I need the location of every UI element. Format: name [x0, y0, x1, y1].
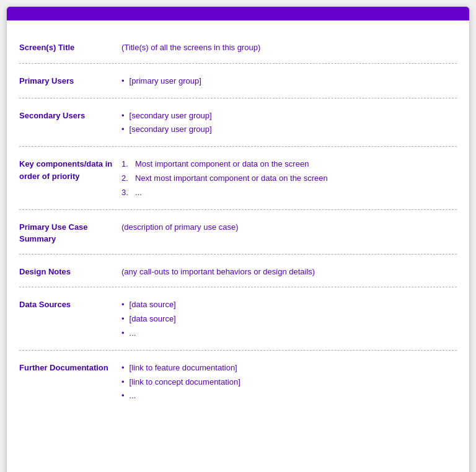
label-primary-users: Primary Users — [19, 75, 121, 87]
list-item: Next most important component or data on… — [121, 172, 457, 185]
main-window: Screen(s) Title(Title(s) of all the scre… — [6, 6, 470, 472]
label-primary-use-case: Primary Use Case Summary — [19, 221, 121, 245]
list-item: [data source] — [121, 299, 457, 312]
list-item: ... — [121, 390, 457, 403]
row-further-documentation: Further Documentation[link to feature do… — [19, 351, 457, 413]
row-design-notes: Design Notes(any call-outs to important … — [19, 255, 457, 288]
value-screen-title: (Title(s) of all the screens in this gro… — [121, 42, 457, 55]
row-data-sources: Data Sources[data source][data source]..… — [19, 287, 457, 350]
label-design-notes: Design Notes — [19, 266, 121, 278]
list-item: [link to concept documentation] — [121, 376, 457, 389]
list-item: ... — [121, 327, 457, 340]
list-item: [secondary user group] — [121, 110, 457, 123]
value-design-notes: (any call-outs to important behaviors or… — [121, 266, 457, 279]
list-item: [link to feature documentation] — [121, 362, 457, 375]
value-data-sources: [data source][data source]... — [121, 299, 457, 341]
list-item: [data source] — [121, 313, 457, 326]
list-item: ... — [121, 186, 457, 199]
label-further-documentation: Further Documentation — [19, 362, 121, 374]
value-primary-use-case: (description of primary use case) — [121, 221, 457, 234]
label-secondary-users: Secondary Users — [19, 110, 121, 122]
row-primary-use-case: Primary Use Case Summary(description of … — [19, 210, 457, 255]
list-item: Most important component or data on the … — [121, 158, 457, 171]
list-item: [primary user group] — [121, 75, 457, 88]
row-key-components: Key components/data in order of priority… — [19, 147, 457, 209]
list-item: [secondary user group] — [121, 123, 457, 136]
label-screen-title: Screen(s) Title — [19, 42, 121, 54]
value-primary-users: [primary user group] — [121, 75, 457, 89]
row-screen-title: Screen(s) Title(Title(s) of all the scre… — [19, 30, 457, 64]
row-primary-users: Primary Users[primary user group] — [19, 64, 457, 98]
value-key-components: Most important component or data on the … — [121, 158, 457, 200]
content-area: Screen(s) Title(Title(s) of all the scre… — [7, 20, 469, 422]
value-further-documentation: [link to feature documentation][link to … — [121, 362, 457, 404]
label-data-sources: Data Sources — [19, 299, 121, 311]
title-bar — [7, 7, 469, 20]
label-key-components: Key components/data in order of priority — [19, 158, 121, 182]
value-secondary-users: [secondary user group][secondary user gr… — [121, 110, 457, 138]
row-secondary-users: Secondary Users[secondary user group][se… — [19, 98, 457, 147]
